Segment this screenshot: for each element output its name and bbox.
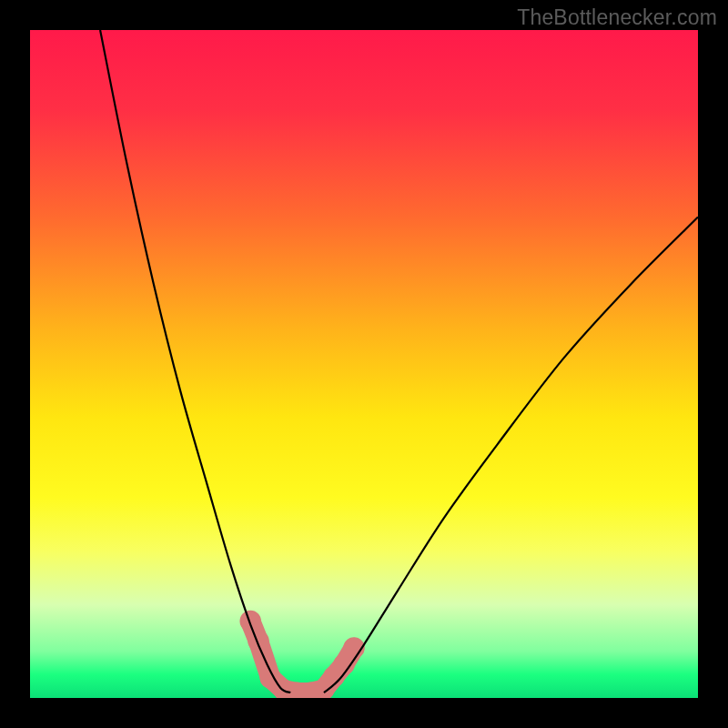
- watermark-text: TheBottlenecker.com: [517, 5, 717, 30]
- chart-svg: [30, 30, 698, 698]
- chart-container: TheBottlenecker.com: [0, 0, 728, 728]
- svg-rect-0: [30, 30, 698, 698]
- plot-area: [30, 30, 698, 698]
